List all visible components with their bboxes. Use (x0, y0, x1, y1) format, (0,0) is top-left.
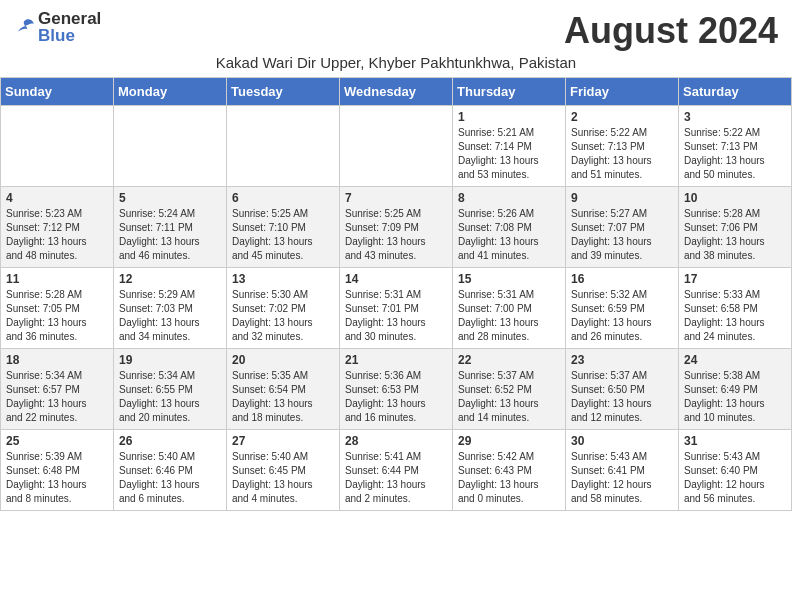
calendar-cell: 24Sunrise: 5:38 AM Sunset: 6:49 PM Dayli… (679, 349, 792, 430)
day-info: Sunrise: 5:22 AM Sunset: 7:13 PM Dayligh… (684, 126, 786, 182)
day-info: Sunrise: 5:22 AM Sunset: 7:13 PM Dayligh… (571, 126, 673, 182)
calendar-cell: 8Sunrise: 5:26 AM Sunset: 7:08 PM Daylig… (453, 187, 566, 268)
day-number: 6 (232, 191, 334, 205)
calendar-cell: 14Sunrise: 5:31 AM Sunset: 7:01 PM Dayli… (340, 268, 453, 349)
day-number: 2 (571, 110, 673, 124)
day-number: 23 (571, 353, 673, 367)
day-number: 10 (684, 191, 786, 205)
calendar-cell: 19Sunrise: 5:34 AM Sunset: 6:55 PM Dayli… (114, 349, 227, 430)
day-info: Sunrise: 5:40 AM Sunset: 6:46 PM Dayligh… (119, 450, 221, 506)
day-info: Sunrise: 5:28 AM Sunset: 7:06 PM Dayligh… (684, 207, 786, 263)
calendar-cell: 12Sunrise: 5:29 AM Sunset: 7:03 PM Dayli… (114, 268, 227, 349)
day-number: 20 (232, 353, 334, 367)
day-info: Sunrise: 5:41 AM Sunset: 6:44 PM Dayligh… (345, 450, 447, 506)
day-number: 26 (119, 434, 221, 448)
day-number: 31 (684, 434, 786, 448)
day-info: Sunrise: 5:21 AM Sunset: 7:14 PM Dayligh… (458, 126, 560, 182)
calendar-cell: 23Sunrise: 5:37 AM Sunset: 6:50 PM Dayli… (566, 349, 679, 430)
day-of-week-header: Tuesday (227, 78, 340, 106)
day-number: 3 (684, 110, 786, 124)
day-number: 25 (6, 434, 108, 448)
calendar-cell: 2Sunrise: 5:22 AM Sunset: 7:13 PM Daylig… (566, 106, 679, 187)
calendar-cell (340, 106, 453, 187)
day-number: 13 (232, 272, 334, 286)
day-number: 22 (458, 353, 560, 367)
day-info: Sunrise: 5:23 AM Sunset: 7:12 PM Dayligh… (6, 207, 108, 263)
day-info: Sunrise: 5:34 AM Sunset: 6:57 PM Dayligh… (6, 369, 108, 425)
day-number: 29 (458, 434, 560, 448)
logo: General Blue (14, 10, 101, 44)
calendar-cell: 26Sunrise: 5:40 AM Sunset: 6:46 PM Dayli… (114, 430, 227, 511)
calendar-cell (1, 106, 114, 187)
day-info: Sunrise: 5:43 AM Sunset: 6:40 PM Dayligh… (684, 450, 786, 506)
day-info: Sunrise: 5:30 AM Sunset: 7:02 PM Dayligh… (232, 288, 334, 344)
day-info: Sunrise: 5:37 AM Sunset: 6:50 PM Dayligh… (571, 369, 673, 425)
day-number: 24 (684, 353, 786, 367)
day-of-week-header: Thursday (453, 78, 566, 106)
day-of-week-header: Friday (566, 78, 679, 106)
logo-blue: Blue (38, 27, 101, 44)
day-number: 11 (6, 272, 108, 286)
day-number: 28 (345, 434, 447, 448)
calendar-cell: 11Sunrise: 5:28 AM Sunset: 7:05 PM Dayli… (1, 268, 114, 349)
day-number: 1 (458, 110, 560, 124)
calendar-cell: 17Sunrise: 5:33 AM Sunset: 6:58 PM Dayli… (679, 268, 792, 349)
day-number: 17 (684, 272, 786, 286)
day-number: 21 (345, 353, 447, 367)
calendar-cell (114, 106, 227, 187)
day-number: 9 (571, 191, 673, 205)
month-title: August 2024 (564, 10, 778, 52)
day-info: Sunrise: 5:33 AM Sunset: 6:58 PM Dayligh… (684, 288, 786, 344)
calendar-cell: 4Sunrise: 5:23 AM Sunset: 7:12 PM Daylig… (1, 187, 114, 268)
day-number: 14 (345, 272, 447, 286)
day-number: 30 (571, 434, 673, 448)
location: Kakad Wari Dir Upper, Khyber Pakhtunkhwa… (14, 54, 778, 71)
day-number: 4 (6, 191, 108, 205)
day-info: Sunrise: 5:34 AM Sunset: 6:55 PM Dayligh… (119, 369, 221, 425)
calendar-cell: 15Sunrise: 5:31 AM Sunset: 7:00 PM Dayli… (453, 268, 566, 349)
day-of-week-header: Monday (114, 78, 227, 106)
day-number: 27 (232, 434, 334, 448)
calendar-cell: 6Sunrise: 5:25 AM Sunset: 7:10 PM Daylig… (227, 187, 340, 268)
day-info: Sunrise: 5:43 AM Sunset: 6:41 PM Dayligh… (571, 450, 673, 506)
calendar-cell: 1Sunrise: 5:21 AM Sunset: 7:14 PM Daylig… (453, 106, 566, 187)
calendar-cell: 10Sunrise: 5:28 AM Sunset: 7:06 PM Dayli… (679, 187, 792, 268)
day-info: Sunrise: 5:39 AM Sunset: 6:48 PM Dayligh… (6, 450, 108, 506)
day-info: Sunrise: 5:31 AM Sunset: 7:00 PM Dayligh… (458, 288, 560, 344)
calendar-cell: 16Sunrise: 5:32 AM Sunset: 6:59 PM Dayli… (566, 268, 679, 349)
calendar-cell: 5Sunrise: 5:24 AM Sunset: 7:11 PM Daylig… (114, 187, 227, 268)
day-info: Sunrise: 5:38 AM Sunset: 6:49 PM Dayligh… (684, 369, 786, 425)
day-number: 18 (6, 353, 108, 367)
day-info: Sunrise: 5:42 AM Sunset: 6:43 PM Dayligh… (458, 450, 560, 506)
calendar-cell: 28Sunrise: 5:41 AM Sunset: 6:44 PM Dayli… (340, 430, 453, 511)
day-info: Sunrise: 5:28 AM Sunset: 7:05 PM Dayligh… (6, 288, 108, 344)
day-number: 19 (119, 353, 221, 367)
calendar-cell: 13Sunrise: 5:30 AM Sunset: 7:02 PM Dayli… (227, 268, 340, 349)
calendar-cell: 29Sunrise: 5:42 AM Sunset: 6:43 PM Dayli… (453, 430, 566, 511)
day-info: Sunrise: 5:24 AM Sunset: 7:11 PM Dayligh… (119, 207, 221, 263)
day-number: 5 (119, 191, 221, 205)
calendar-table: SundayMondayTuesdayWednesdayThursdayFrid… (0, 77, 792, 511)
day-info: Sunrise: 5:36 AM Sunset: 6:53 PM Dayligh… (345, 369, 447, 425)
day-info: Sunrise: 5:29 AM Sunset: 7:03 PM Dayligh… (119, 288, 221, 344)
day-number: 16 (571, 272, 673, 286)
day-of-week-header: Saturday (679, 78, 792, 106)
calendar-cell: 31Sunrise: 5:43 AM Sunset: 6:40 PM Dayli… (679, 430, 792, 511)
day-info: Sunrise: 5:31 AM Sunset: 7:01 PM Dayligh… (345, 288, 447, 344)
day-info: Sunrise: 5:25 AM Sunset: 7:09 PM Dayligh… (345, 207, 447, 263)
calendar-cell: 27Sunrise: 5:40 AM Sunset: 6:45 PM Dayli… (227, 430, 340, 511)
calendar-cell: 20Sunrise: 5:35 AM Sunset: 6:54 PM Dayli… (227, 349, 340, 430)
day-number: 15 (458, 272, 560, 286)
day-info: Sunrise: 5:37 AM Sunset: 6:52 PM Dayligh… (458, 369, 560, 425)
calendar-cell: 18Sunrise: 5:34 AM Sunset: 6:57 PM Dayli… (1, 349, 114, 430)
day-info: Sunrise: 5:25 AM Sunset: 7:10 PM Dayligh… (232, 207, 334, 263)
calendar-cell: 22Sunrise: 5:37 AM Sunset: 6:52 PM Dayli… (453, 349, 566, 430)
day-info: Sunrise: 5:40 AM Sunset: 6:45 PM Dayligh… (232, 450, 334, 506)
logo-general: General (38, 10, 101, 27)
calendar-cell: 7Sunrise: 5:25 AM Sunset: 7:09 PM Daylig… (340, 187, 453, 268)
calendar-cell: 21Sunrise: 5:36 AM Sunset: 6:53 PM Dayli… (340, 349, 453, 430)
calendar-cell: 3Sunrise: 5:22 AM Sunset: 7:13 PM Daylig… (679, 106, 792, 187)
calendar-cell: 9Sunrise: 5:27 AM Sunset: 7:07 PM Daylig… (566, 187, 679, 268)
day-info: Sunrise: 5:26 AM Sunset: 7:08 PM Dayligh… (458, 207, 560, 263)
bird-icon (14, 16, 36, 38)
